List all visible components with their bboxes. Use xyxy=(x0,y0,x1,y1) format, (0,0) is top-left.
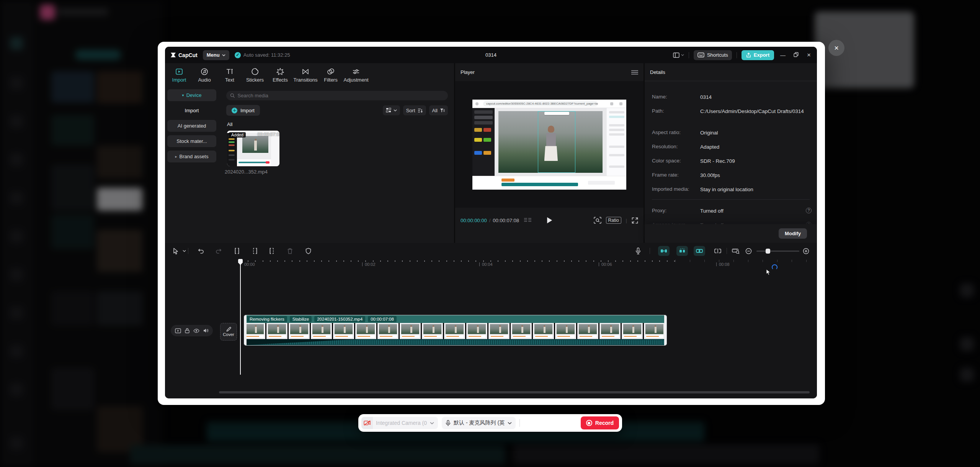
added-badge: Added xyxy=(229,132,246,138)
tab-effects[interactable]: Effects xyxy=(268,64,293,85)
filmstrip-frame xyxy=(333,323,354,339)
view-mode-button[interactable] xyxy=(383,105,400,115)
search-box[interactable] xyxy=(226,91,448,100)
split-button[interactable] xyxy=(232,246,242,256)
zoom-slider-handle[interactable] xyxy=(766,249,770,254)
select-tool-button[interactable] xyxy=(171,246,180,256)
fullscreen-icon[interactable] xyxy=(632,217,638,224)
timeline-horizontal-scrollbar[interactable] xyxy=(219,391,810,393)
linked-selection-toggle[interactable] xyxy=(694,246,705,256)
zoom-in-button[interactable] xyxy=(801,246,810,256)
shortcuts-button[interactable]: Shortcuts xyxy=(694,50,732,60)
redo-icon xyxy=(216,249,222,254)
effects-tab-icon xyxy=(276,67,284,76)
preview-axis-toggle[interactable] xyxy=(713,246,722,256)
record-button[interactable]: Record xyxy=(581,416,619,429)
sidebar-item-ai-generated[interactable]: AI generated xyxy=(167,120,216,132)
capcut-logo: CapCut xyxy=(170,52,198,58)
record-bar: Integrated Camera (0 默认 - 麦克风阵列 (英 Recor… xyxy=(358,414,622,432)
camera-off-icon xyxy=(364,420,371,426)
minimize-button[interactable]: — xyxy=(779,52,787,58)
ruler-label: 00:02 xyxy=(365,262,376,267)
tab-text[interactable]: Text xyxy=(217,64,242,85)
select-tool-chevron[interactable] xyxy=(180,246,189,256)
clip-badge-stabilize[interactable]: Stabilize xyxy=(290,316,312,322)
lock-icon[interactable] xyxy=(185,328,189,333)
redo-button[interactable] xyxy=(214,246,223,256)
search-icon xyxy=(230,93,235,98)
close-button[interactable]: × xyxy=(805,51,813,59)
link-icon xyxy=(696,249,703,253)
modal-close-button[interactable]: × xyxy=(828,40,844,56)
tab-import[interactable]: Import xyxy=(167,64,192,85)
chevron-down-icon xyxy=(681,54,684,56)
ruler-label: 00:06 xyxy=(601,262,612,267)
preview-url-bar: capcut.com/editor/3055005C-28C4-4631-802… xyxy=(483,101,598,107)
layout-switch-button[interactable] xyxy=(673,52,684,58)
duration-timecode: 00:00:07:08 xyxy=(493,218,519,223)
camera-select[interactable]: Integrated Camera (0 xyxy=(361,417,438,429)
frame-view-icon[interactable] xyxy=(524,218,532,223)
timeline-ruler[interactable]: 00:00 00:02 00:04 00:06 00:08 xyxy=(165,259,817,269)
undo-icon xyxy=(198,249,204,254)
split-icon xyxy=(234,248,240,254)
timeline-zoom-slider[interactable] xyxy=(756,251,799,252)
menu-button[interactable]: Menu xyxy=(203,50,229,60)
cover-button[interactable]: Cover xyxy=(220,323,237,341)
voiceover-button[interactable] xyxy=(634,246,643,256)
microphone-select[interactable]: 默认 - 麦克风阵列 (英 xyxy=(442,417,516,429)
ruler-label: 00:08 xyxy=(719,262,730,267)
sidebar-item-brand-assets[interactable]: ▸ Brand assets xyxy=(167,151,216,162)
clip-badge-filename: 20240201-150352.mp4 xyxy=(314,316,365,322)
play-button[interactable] xyxy=(547,217,552,223)
clip-trim-handle-right[interactable] xyxy=(664,315,666,345)
search-input[interactable] xyxy=(238,93,444,98)
tab-adjustment[interactable]: Adjustment xyxy=(343,64,369,85)
sidebar-item-device[interactable]: ▾ Device xyxy=(167,89,216,101)
preview-left-sidebar xyxy=(472,108,495,176)
zoom-out-button[interactable] xyxy=(744,246,753,256)
modify-button[interactable]: Modify xyxy=(779,228,807,239)
divider xyxy=(689,52,689,58)
sort-button[interactable]: Sort xyxy=(403,105,426,115)
sidebar-item-stock-materials[interactable]: Stock mater... xyxy=(167,135,216,147)
restore-button[interactable] xyxy=(792,52,800,58)
mask-button[interactable] xyxy=(304,246,313,256)
ruler-zoom-icon xyxy=(732,248,740,254)
tab-audio[interactable]: Audio xyxy=(192,64,217,85)
import-media-button[interactable]: Import xyxy=(226,105,260,116)
fit-timeline-button[interactable] xyxy=(731,246,740,256)
delete-button[interactable] xyxy=(285,246,294,256)
detail-row-proxy: Proxy:Turned off ? xyxy=(652,208,812,215)
tab-stickers[interactable]: Stickers xyxy=(242,64,268,85)
clip-badge-removing-flickers[interactable]: Removing flickers xyxy=(247,316,287,322)
preview-zoom-icon[interactable] xyxy=(594,217,601,224)
auto-ripple-toggle[interactable] xyxy=(676,246,688,256)
media-thumbnail[interactable]: Added 00:00:07:08 xyxy=(227,131,279,166)
filmstrip-frame xyxy=(533,323,554,339)
mouse-cursor-icon xyxy=(766,269,771,276)
eye-icon[interactable] xyxy=(193,329,199,333)
export-button[interactable]: Export xyxy=(742,50,774,60)
sidebar-item-import[interactable]: Import xyxy=(167,105,216,116)
titlebar: CapCut Menu ✓ Auto saved: 11:32:25 0314 … xyxy=(165,47,817,63)
delete-right-button[interactable] xyxy=(268,246,277,256)
clip-trim-handle-left[interactable] xyxy=(244,315,247,345)
detail-row-color-space: Color space:SDR - Rec.709 xyxy=(652,158,812,165)
speaker-icon[interactable] xyxy=(203,328,209,333)
ratio-button[interactable]: Ratio xyxy=(606,217,621,224)
delete-left-button[interactable] xyxy=(250,246,259,256)
tab-transitions[interactable]: Transitions xyxy=(293,64,318,85)
info-icon[interactable]: ? xyxy=(806,208,812,213)
tab-filters[interactable]: Filters xyxy=(318,64,343,85)
player-menu-icon[interactable] xyxy=(631,70,638,75)
undo-button[interactable] xyxy=(196,246,206,256)
filter-button[interactable]: All xyxy=(429,105,448,115)
magnetic-snap-toggle[interactable] xyxy=(658,246,670,256)
filters-tab-icon xyxy=(327,67,335,76)
content-area: Import Audio Text Stickers Effects xyxy=(165,63,817,243)
player-video-preview[interactable]: capcut.com/editor/3055005C-28C4-4631-802… xyxy=(472,100,626,190)
timeline-video-clip[interactable]: Removing flickers Stabilize 20240201-150… xyxy=(244,315,667,346)
caret-down-icon: ▾ xyxy=(182,93,184,97)
loading-spinner-icon xyxy=(772,264,777,270)
